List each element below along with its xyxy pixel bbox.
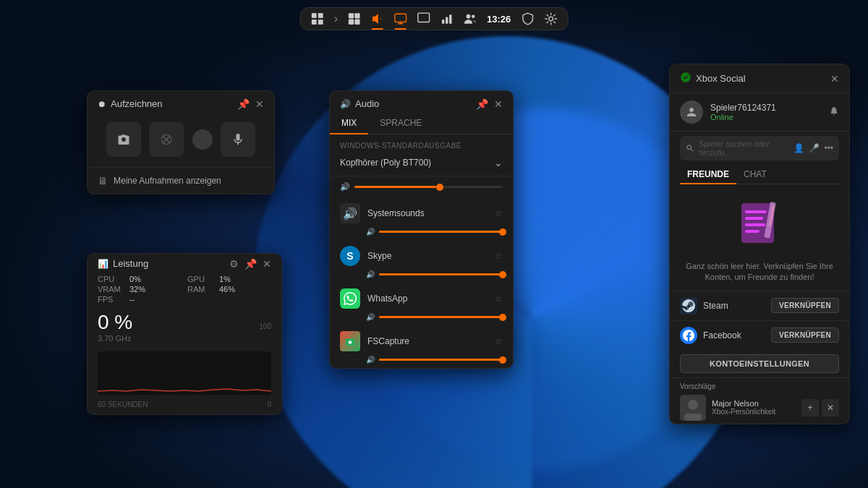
audio-header: 🔊 Audio 📌 ✕: [330, 91, 513, 114]
svg-rect-0: [312, 13, 317, 18]
svg-rect-24: [745, 230, 760, 233]
star-systemsounds[interactable]: ☆: [495, 208, 503, 218]
chevron-down-icon: ⌄: [494, 157, 503, 168]
more-icon[interactable]: •••: [824, 143, 833, 153]
vol-icon-master: 🔊: [340, 182, 350, 192]
konto-btn[interactable]: KONTOEINSTELLUNGEN: [680, 354, 839, 373]
skype-icon: S: [340, 246, 360, 266]
audio-device[interactable]: Kopfhörer (Poly BT700) ⌄: [330, 153, 513, 176]
audio-app-skype: S Skype ☆: [330, 240, 513, 269]
chevron-right-icon[interactable]: ›: [334, 12, 338, 25]
xbox-bell-icon[interactable]: [829, 106, 839, 119]
chart-icon[interactable]: [441, 12, 454, 25]
svg-point-16: [472, 14, 475, 18]
star-skype[interactable]: ☆: [495, 251, 503, 261]
svg-point-28: [688, 400, 698, 410]
aufzeichnen-header: ⏺ Aufzeichnen 📌 ✕: [88, 91, 274, 115]
gpu-stat: GPU 1%: [187, 275, 271, 283]
leistung-controls: ⚙ 📌 ✕: [229, 259, 271, 269]
svg-rect-21: [745, 210, 767, 213]
whatsapp-slider-row: 🔊: [330, 312, 513, 325]
svg-rect-5: [355, 13, 360, 18]
svg-rect-1: [318, 13, 323, 18]
xbox-empty-icon: [731, 196, 788, 254]
no-camera-btn[interactable]: [149, 122, 184, 157]
volume-icon[interactable]: [371, 12, 384, 25]
suggestion-row: Major Nelson Xbox-Persönlichkeit + ✕: [680, 395, 839, 421]
master-volume-row: 🔊: [330, 176, 513, 197]
fscapture-slider-row: 🔊: [330, 354, 513, 368]
pin-icon[interactable]: 📌: [476, 99, 488, 109]
xbox-profile-info: Spieler76124371 Online: [710, 103, 776, 121]
settings-icon[interactable]: ⚙: [229, 259, 239, 269]
suggestion-info: Major Nelson Xbox-Persönlichkeit: [712, 399, 796, 416]
audio-app-systemsounds: 🔊 Systemsounds ☆: [330, 197, 513, 226]
steam-verknuepfen-btn[interactable]: VERKNÜPFEN: [771, 298, 839, 313]
fps-stat: FPS --: [98, 295, 182, 304]
dismiss-btn[interactable]: ✕: [822, 399, 839, 416]
pin-icon[interactable]: 📌: [244, 259, 257, 269]
star-whatsapp[interactable]: ☆: [495, 294, 503, 304]
whatsapp-icon: [340, 288, 360, 309]
fscapture-slider[interactable]: [379, 359, 503, 361]
close-icon[interactable]: ✕: [263, 259, 271, 269]
xbox-panel: Xbox Social ✕ Spieler76124371 Online Spi…: [669, 64, 850, 424]
xbox-empty-state: Ganz schön leer hier. Verknüpfen Sie Ihr…: [670, 184, 849, 291]
svg-rect-12: [442, 20, 444, 24]
tab-sprache[interactable]: SPRACHE: [368, 114, 433, 134]
close-icon[interactable]: ✕: [494, 99, 503, 109]
xbox-close-btn[interactable]: ✕: [830, 74, 839, 84]
pin-icon[interactable]: 📌: [237, 99, 250, 109]
taskbar: › 13:26: [300, 7, 569, 30]
xbox-suggestions: Vorschläge Major Nelson Xbox-Persönlichk…: [670, 377, 849, 424]
tab-chat[interactable]: CHAT: [736, 165, 774, 184]
audio-app-fscapture: FSCapture ☆: [330, 325, 513, 354]
facebook-link-row: Facebook VERKNÜPFEN: [670, 320, 849, 350]
skype-slider-row: 🔊: [330, 269, 513, 283]
gear-icon[interactable]: [544, 12, 557, 25]
svg-point-15: [467, 14, 471, 19]
systemsounds-slider[interactable]: [379, 231, 503, 233]
xbox-tabs: FREUNDE CHAT: [680, 165, 839, 184]
add-friend-btn[interactable]: +: [801, 399, 819, 416]
close-icon[interactable]: ✕: [255, 99, 264, 109]
monitor-icon[interactable]: [417, 12, 430, 25]
rec-buttons-row: [88, 115, 274, 167]
master-slider[interactable]: [354, 186, 503, 188]
xbox-search-bar: Spieler suchen oder hinzufu... 👤 🎤 •••: [680, 136, 839, 160]
xbox-profile: Spieler76124371 Online: [670, 93, 849, 132]
people-icon[interactable]: [464, 12, 477, 25]
tab-freunde[interactable]: FREUNDE: [680, 165, 736, 184]
steam-link-left: Steam: [680, 297, 728, 314]
tab-mix[interactable]: MIX: [330, 114, 368, 134]
facebook-link-left: Facebook: [680, 327, 741, 344]
suggestion-actions: + ✕: [801, 399, 839, 416]
svg-rect-6: [349, 20, 354, 25]
xbox-title: Xbox Social: [680, 72, 746, 85]
svg-rect-7: [355, 20, 360, 25]
display-icon[interactable]: [394, 12, 407, 25]
my-recordings-link[interactable]: 🖥 Meine Aufnahmen anzeigen: [88, 167, 274, 194]
audio-tabs: MIX SPRACHE: [330, 114, 513, 134]
facebook-verknuepfen-btn[interactable]: VERKNÜPFEN: [771, 328, 839, 343]
audio-section-label: WINDOWS-STANDARDAUSGABE: [330, 139, 513, 153]
svg-rect-11: [418, 13, 430, 22]
systemsounds-slider-row: 🔊: [330, 226, 513, 240]
microphone-icon[interactable]: 🎤: [809, 143, 820, 153]
camera-btn[interactable]: [106, 122, 141, 157]
skype-slider[interactable]: [379, 273, 503, 275]
person-add-icon[interactable]: 👤: [793, 143, 804, 153]
microphone-btn[interactable]: [221, 122, 255, 157]
cpu-speed: 3.70 GHz: [88, 334, 281, 348]
windows-icon[interactable]: [348, 12, 361, 25]
whatsapp-slider[interactable]: [379, 316, 503, 318]
grid-icon[interactable]: [311, 12, 324, 25]
audio-title: 🔊 Audio: [340, 98, 379, 109]
xbox-header: Xbox Social ✕: [670, 64, 849, 93]
chart-labels: 60 SEKUNDEN 0: [88, 401, 281, 414]
ram-stat: RAM 46%: [187, 285, 271, 294]
xbox-search-actions: 👤 🎤 •••: [793, 143, 833, 153]
star-fscapture[interactable]: ☆: [495, 336, 503, 346]
vram-stat: VRAM 32%: [98, 285, 182, 294]
shield-icon[interactable]: [521, 12, 534, 25]
